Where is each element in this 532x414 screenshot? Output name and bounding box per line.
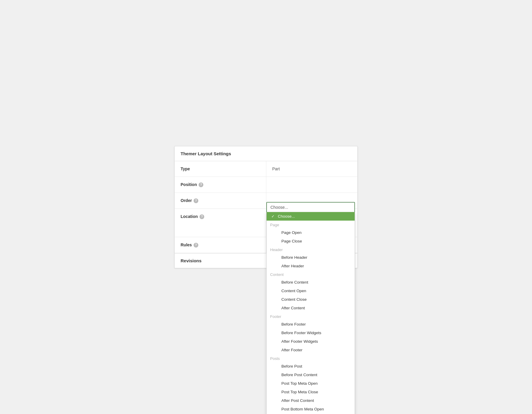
dropdown-item-choose[interactable]: ✓ Choose... [267, 212, 355, 221]
rules-label-cell: Rules ? [175, 237, 266, 253]
dropdown-item-before-post-content[interactable]: Before Post Content [267, 371, 355, 379]
position-help-icon[interactable]: ? [199, 182, 203, 187]
panel-title: Themer Layout Settings [175, 146, 357, 161]
order-label: Order [181, 198, 192, 203]
group-label-page: Page [270, 223, 279, 227]
dropdown-item-label: After Footer [281, 348, 302, 352]
settings-panel: Themer Layout Settings Type Part Positio… [174, 146, 358, 268]
dropdown-item-post-top-meta-close[interactable]: Post Top Meta Close [267, 388, 355, 396]
group-label-header: Header [270, 248, 283, 252]
dropdown-list: ✓ Choose... Page Page Open Page Close He… [266, 212, 355, 414]
dropdown-item-label: Post Top Meta Open [281, 381, 318, 386]
location-help-icon[interactable]: ? [200, 214, 204, 219]
dropdown-group-page: Page [267, 221, 355, 228]
dropdown-item-label: Post Bottom Meta Open [281, 407, 324, 411]
dropdown-item-content-open[interactable]: Content Open [267, 287, 355, 295]
dropdown-item-page-close[interactable]: Page Close [267, 237, 355, 245]
dropdown-group-content: Content [267, 270, 355, 278]
dropdown-item-after-content[interactable]: After Content [267, 304, 355, 312]
type-label: Type [181, 166, 190, 171]
dropdown-item-label: Before Header [281, 255, 307, 260]
dropdown-selected-label: Choose... [270, 205, 288, 210]
dropdown-item-label: Choose... [278, 214, 295, 219]
dropdown-item-label: Before Post [281, 364, 302, 368]
dropdown-item-label: Page Open [281, 230, 301, 235]
dropdown-item-content-close[interactable]: Content Close [267, 295, 355, 304]
dropdown-item-label: Before Footer [281, 322, 306, 326]
order-label-cell: Order ? [175, 193, 266, 209]
dropdown-item-page-open[interactable]: Page Open [267, 228, 355, 237]
dropdown-item-label: After Footer Widgets [281, 339, 318, 344]
dropdown-item-after-header[interactable]: After Header [267, 262, 355, 270]
location-label-cell: Location ? [175, 209, 266, 237]
dropdown-item-label: Before Footer Widgets [281, 331, 321, 335]
dropdown-item-before-post[interactable]: Before Post [267, 362, 355, 371]
dropdown-item-before-header[interactable]: Before Header [267, 253, 355, 262]
dropdown-item-post-bottom-meta-open[interactable]: Post Bottom Meta Open [267, 405, 355, 413]
type-label-cell: Type [175, 161, 266, 177]
dropdown-item-before-content[interactable]: Before Content [267, 278, 355, 287]
type-value-cell: Part [266, 161, 357, 177]
position-dropdown-trigger[interactable]: Choose... [266, 202, 355, 212]
dropdown-group-posts: Posts [267, 354, 355, 362]
group-label-posts: Posts [270, 356, 280, 361]
dropdown-item-after-footer-widgets[interactable]: After Footer Widgets [267, 337, 355, 346]
group-label-content: Content [270, 272, 284, 277]
rules-label: Rules [181, 242, 192, 247]
dropdown-item-after-footer[interactable]: After Footer [267, 346, 355, 354]
dropdown-item-before-footer[interactable]: Before Footer [267, 320, 355, 329]
dropdown-item-after-post-content[interactable]: After Post Content [267, 396, 355, 405]
dropdown-item-label: Content Close [281, 297, 307, 302]
dropdown-item-label: After Post Content [281, 398, 314, 403]
dropdown-item-label: After Content [281, 306, 305, 310]
dropdown-item-label: After Header [281, 264, 304, 268]
dropdown-item-label: Page Close [281, 239, 302, 243]
dropdown-item-before-footer-widgets[interactable]: Before Footer Widgets [267, 329, 355, 337]
rules-help-icon[interactable]: ? [194, 243, 198, 248]
dropdown-item-label: Before Post Content [281, 373, 317, 377]
order-help-icon[interactable]: ? [194, 198, 198, 203]
type-value: Part [272, 166, 280, 171]
location-label: Location [181, 214, 198, 219]
position-dropdown-wrapper: Choose... ✓ Choose... Page Page Open Pag… [266, 202, 355, 414]
dropdown-group-header: Header [267, 245, 355, 253]
position-value-cell [266, 177, 357, 193]
check-icon: ✓ [271, 214, 275, 219]
dropdown-item-post-top-meta-open[interactable]: Post Top Meta Open [267, 379, 355, 388]
position-label: Position [181, 182, 197, 187]
dropdown-item-label: Content Open [281, 289, 306, 293]
position-label-cell: Position ? [175, 177, 266, 193]
dropdown-item-label: Post Top Meta Close [281, 390, 318, 394]
dropdown-group-footer: Footer [267, 312, 355, 320]
dropdown-item-label: Before Content [281, 280, 308, 284]
group-label-footer: Footer [270, 314, 281, 319]
